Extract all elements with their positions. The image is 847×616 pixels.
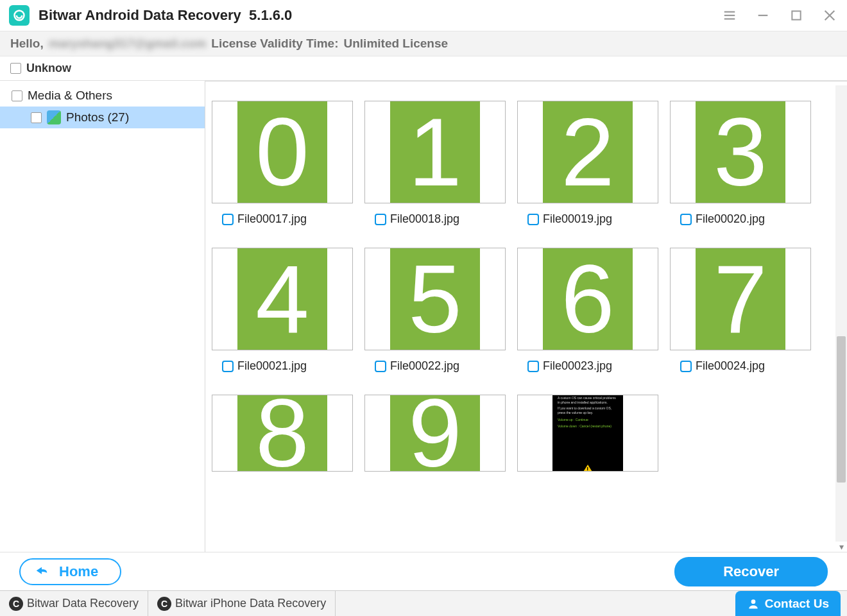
sidebar-category-media[interactable]: Media & Others	[0, 85, 205, 107]
scroll-down-icon[interactable]: ▾	[837, 543, 845, 551]
thumb-frame[interactable]: 2	[517, 101, 658, 203]
file-thumb[interactable]: Warning!A custom OS can cause critical p…	[517, 395, 658, 472]
file-checkbox[interactable]	[222, 361, 234, 372]
photos-checkbox[interactable]	[31, 112, 42, 123]
file-checkbox[interactable]	[222, 214, 234, 225]
file-name-label: File00023.jpg	[543, 359, 612, 373]
license-info: Hello, maryshang317@gmail.com License Va…	[0, 31, 847, 56]
file-thumb[interactable]: 7File00024.jpg	[670, 248, 811, 373]
unknow-label: Unknow	[26, 62, 71, 75]
file-name-label: File00018.jpg	[390, 212, 459, 226]
thumb-frame[interactable]: 6	[517, 248, 658, 350]
app-logo-icon	[9, 5, 30, 26]
thumb-frame[interactable]: 8	[212, 395, 353, 472]
file-name-label: File00024.jpg	[696, 359, 765, 373]
bitwar-logo-icon: C	[9, 597, 23, 611]
sidebar: Media & Others Photos (27)	[0, 81, 205, 552]
maximize-icon[interactable]	[788, 7, 805, 24]
thumb-frame[interactable]: Warning!A custom OS can cause critical p…	[517, 395, 658, 472]
thumb-frame[interactable]: 0	[212, 101, 353, 203]
thumb-frame[interactable]: 3	[670, 101, 811, 203]
svg-point-8	[751, 599, 755, 604]
thumb-digit: 4	[255, 251, 309, 347]
thumb-digit: 0	[255, 104, 309, 200]
file-checkbox[interactable]	[527, 361, 539, 372]
file-checkbox[interactable]	[375, 361, 386, 372]
thumb-digit: 3	[714, 104, 767, 200]
file-checkbox[interactable]	[680, 361, 692, 372]
home-button[interactable]: Home	[19, 558, 121, 585]
category-checkbox[interactable]	[12, 90, 22, 101]
thumb-frame[interactable]: 4	[212, 248, 353, 350]
scrollbar[interactable]: ▾	[835, 85, 847, 542]
thumb-digit: 6	[561, 251, 614, 347]
file-name-label: File00021.jpg	[237, 359, 307, 373]
recover-button[interactable]: Recover	[674, 557, 828, 586]
file-checkbox[interactable]	[527, 214, 539, 225]
thumb-frame[interactable]: 1	[364, 101, 506, 203]
link-bitwar-iphone-recovery[interactable]: C Bitwar iPhone Data Recovery	[148, 591, 336, 616]
unknow-checkbox[interactable]	[10, 63, 21, 74]
app-title: Bitwar Android Data Recovery 5.1.6.0	[38, 7, 292, 24]
warning-triangle-icon	[581, 465, 594, 472]
close-icon[interactable]	[821, 7, 838, 24]
file-thumb[interactable]: 0File00017.jpg	[212, 101, 353, 226]
file-thumb[interactable]: 3File00020.jpg	[670, 101, 811, 226]
thumb-frame[interactable]: 7	[670, 248, 811, 350]
thumb-digit: 7	[714, 251, 767, 347]
thumb-digit: 2	[561, 104, 614, 200]
file-name-label: File00020.jpg	[696, 212, 765, 226]
user-email-masked: maryshang317@gmail.com	[49, 37, 207, 51]
file-checkbox[interactable]	[680, 214, 692, 225]
photos-icon	[47, 110, 61, 124]
file-thumb[interactable]: 1File00018.jpg	[364, 101, 506, 226]
file-name-label: File00017.jpg	[237, 212, 307, 226]
thumb-frame[interactable]: 5	[364, 248, 506, 350]
contact-us-button[interactable]: Contact Us	[735, 591, 841, 616]
file-thumb[interactable]: 4File00021.jpg	[212, 248, 353, 373]
contact-icon	[747, 597, 760, 610]
file-name-label: File00022.jpg	[390, 359, 459, 373]
warning-thumb: Warning!A custom OS can cause critical p…	[552, 395, 623, 472]
file-thumb[interactable]: 6File00023.jpg	[517, 248, 658, 373]
bitwar-logo-icon: C	[157, 597, 171, 611]
scrollbar-thumb[interactable]	[837, 336, 846, 483]
svg-rect-5	[792, 11, 800, 19]
file-thumb[interactable]: 9	[364, 395, 506, 472]
file-thumb[interactable]: 8	[212, 395, 353, 472]
thumb-digit: 1	[408, 104, 461, 200]
minimize-icon[interactable]	[755, 7, 771, 24]
file-thumb[interactable]: 2File00019.jpg	[517, 101, 658, 226]
menu-icon[interactable]	[721, 7, 738, 24]
thumb-digit: 5	[408, 251, 461, 347]
thumb-digit: 9	[408, 395, 461, 472]
file-name-label: File00019.jpg	[543, 212, 612, 226]
file-thumb[interactable]: 5File00022.jpg	[364, 248, 506, 373]
link-bitwar-data-recovery[interactable]: C Bitwar Data Recovery	[0, 591, 148, 616]
back-arrow-icon	[35, 565, 49, 579]
thumb-digit: 8	[255, 395, 309, 472]
sidebar-item-photos[interactable]: Photos (27)	[0, 107, 205, 128]
file-checkbox[interactable]	[375, 214, 386, 225]
thumb-frame[interactable]: 9	[364, 395, 506, 472]
